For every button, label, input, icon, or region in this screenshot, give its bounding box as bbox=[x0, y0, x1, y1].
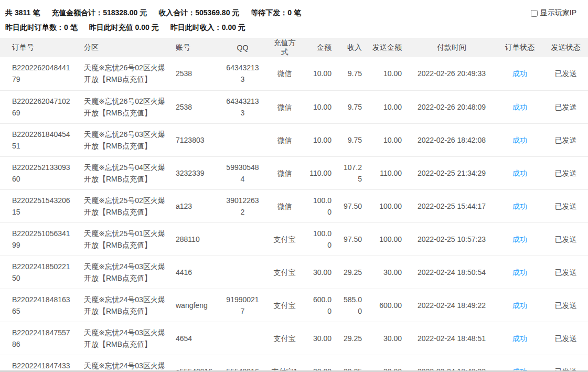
orders-table: 订单号分区账号QQ充值方式金额收入发送金额付款时间订单状态发送状态 B22022… bbox=[0, 38, 588, 372]
cell-order_status: 成功 bbox=[496, 189, 543, 222]
summary-line-2: 昨日此时订单数：0 笔昨日此时充值 0.00 元昨日此时收入：0.00 元 bbox=[5, 20, 578, 35]
cell-income: 97.50 bbox=[337, 222, 367, 256]
order-status-link[interactable]: 成功 bbox=[512, 103, 527, 111]
cell-amount: 600.00 bbox=[304, 289, 337, 322]
cell-pay_time: 2022-02-25 21:34:29 bbox=[407, 156, 496, 189]
cell-order_no: B220225154320615 bbox=[0, 189, 79, 222]
cell-send_status: 已发送 bbox=[543, 189, 588, 222]
cell-partition: 天魔※忘忧24号03区火爆开放【RMB点充值】 bbox=[79, 322, 170, 355]
table-row: B220225213309360天魔※忘忧25号04区火爆开放【RMB点充值】3… bbox=[0, 156, 588, 189]
cell-qq bbox=[220, 322, 265, 355]
cell-order_status: 成功 bbox=[496, 322, 543, 355]
cell-qq: 919900217 bbox=[220, 289, 265, 322]
cell-pay_method: 支付宝1 bbox=[265, 355, 304, 372]
cell-amount: 110.00 bbox=[304, 156, 337, 189]
column-header-order_no: 订单号 bbox=[0, 38, 79, 58]
cell-pay_method: 支付宝 bbox=[265, 256, 304, 289]
cell-order_status: 成功 bbox=[496, 90, 543, 123]
order-status-link[interactable]: 成功 bbox=[512, 235, 527, 243]
cell-qq bbox=[220, 222, 265, 256]
cell-amount: 30.00 bbox=[304, 256, 337, 289]
cell-order_status: 成功 bbox=[496, 222, 543, 256]
total-orders-count: 共 3811 笔 bbox=[5, 8, 40, 17]
cell-partition: 天魔※忘忧26号02区火爆开放【RMB点充值】 bbox=[79, 90, 170, 123]
column-header-income: 收入 bbox=[337, 38, 367, 58]
pending-send-count: 等待下发：0 笔 bbox=[251, 8, 301, 17]
cell-pay_time: 2022-02-26 20:49:33 bbox=[407, 57, 496, 90]
cell-order_status: 成功 bbox=[496, 123, 543, 156]
cell-income: 9.75 bbox=[337, 57, 367, 90]
cell-send_amount: 10.00 bbox=[367, 57, 407, 90]
summary-bar: 共 3811 笔充值金额合计：518328.00 元收入合计：505369.80… bbox=[0, 0, 588, 38]
order-status-link[interactable]: 成功 bbox=[512, 334, 527, 343]
cell-order_no: B220226204844179 bbox=[0, 57, 79, 90]
column-header-pay_method: 充值方式 bbox=[265, 38, 304, 58]
cell-pay_method: 支付宝 bbox=[265, 222, 304, 256]
cell-account: wangfeng bbox=[170, 289, 220, 322]
cell-income: 29.25 bbox=[337, 256, 367, 289]
table-row: B220225154320615天魔※忘忧25号02区火爆开放【RMB点充值】a… bbox=[0, 189, 588, 222]
order-status-link[interactable]: 成功 bbox=[512, 169, 527, 177]
cell-order_no: B220226184045451 bbox=[0, 123, 79, 156]
cell-pay_method: 微信 bbox=[265, 156, 304, 189]
cell-pay_time: 2022-02-24 18:50:54 bbox=[407, 256, 496, 289]
cell-amount: 10.00 bbox=[304, 57, 337, 90]
cell-order_no: B220226204710269 bbox=[0, 90, 79, 123]
recharge-total: 充值金额合计：518328.00 元 bbox=[51, 8, 147, 17]
cell-pay_time: 2022-02-26 20:48:09 bbox=[407, 90, 496, 123]
table-row: B220224185022150天魔※忘忧24号03区火爆开放【RMB点充值】4… bbox=[0, 256, 588, 289]
cell-send_status: 已发送 bbox=[543, 123, 588, 156]
cell-order_no: B220224184816365 bbox=[0, 289, 79, 322]
order-status-link[interactable]: 成功 bbox=[512, 69, 527, 78]
cell-account: 4416 bbox=[170, 256, 220, 289]
order-status-link[interactable]: 成功 bbox=[512, 202, 527, 210]
table-row: B220226184045451天魔※忘忧26号03区火爆开放【RMB点充值】7… bbox=[0, 123, 588, 156]
table-row: B220224184816365天魔※忘忧24号03区火爆开放【RMB点充值】w… bbox=[0, 289, 588, 322]
cell-send_amount: 100.00 bbox=[367, 189, 407, 222]
cell-income: 29.25 bbox=[337, 322, 367, 355]
cell-order_no: B220224184743363 bbox=[0, 355, 79, 372]
cell-pay_time: 2022-02-24 18:49:22 bbox=[407, 289, 496, 322]
table-row: B220224184743363天魔※忘忧24号03区火爆开放【RMB点充值】a… bbox=[0, 355, 588, 372]
cell-partition: 天魔※忘忧26号02区火爆开放【RMB点充值】 bbox=[79, 57, 170, 90]
orders-table-body: B220226204844179天魔※忘忧26号02区火爆开放【RMB点充值】2… bbox=[0, 57, 588, 372]
cell-pay_time: 2022-02-25 10:57:23 bbox=[407, 222, 496, 256]
order-status-link[interactable]: 成功 bbox=[512, 268, 527, 277]
cell-income: 9.75 bbox=[337, 90, 367, 123]
cell-account: 7123803 bbox=[170, 123, 220, 156]
cell-send_amount: 600.00 bbox=[367, 289, 407, 322]
show-player-ip-label: 显示玩家IP bbox=[540, 8, 576, 18]
cell-send_amount: 30.00 bbox=[367, 256, 407, 289]
cell-qq: 643432133 bbox=[220, 57, 265, 90]
yesterday-recharge: 昨日此时充值 0.00 元 bbox=[89, 23, 159, 31]
cell-amount: 100.00 bbox=[304, 189, 337, 222]
cell-account: 2538 bbox=[170, 90, 220, 123]
cell-partition: 天魔※忘忧24号03区火爆开放【RMB点充值】 bbox=[79, 355, 170, 372]
show-player-ip-toggle[interactable]: 显示玩家IP bbox=[531, 8, 576, 18]
cell-partition: 天魔※忘忧26号03区火爆开放【RMB点充值】 bbox=[79, 123, 170, 156]
cell-partition: 天魔※忘忧24号03区火爆开放【RMB点充值】 bbox=[79, 289, 170, 322]
cell-send_amount: 110.00 bbox=[367, 156, 407, 189]
order-status-link[interactable]: 成功 bbox=[512, 136, 527, 144]
cell-pay_time: 2022-02-24 18:48:32 bbox=[407, 355, 496, 372]
column-header-qq: QQ bbox=[220, 38, 265, 58]
cell-income: 97.50 bbox=[337, 189, 367, 222]
cell-send_status: 已发送 bbox=[543, 90, 588, 123]
cell-send_amount: 10.00 bbox=[367, 123, 407, 156]
show-player-ip-checkbox[interactable] bbox=[531, 10, 538, 17]
cell-income: 9.75 bbox=[337, 123, 367, 156]
cell-send_amount: 100.00 bbox=[367, 222, 407, 256]
column-header-amount: 金额 bbox=[304, 38, 337, 58]
cell-send_status: 已发送 bbox=[543, 355, 588, 372]
column-header-order_status: 订单状态 bbox=[496, 38, 543, 58]
cell-send_status: 已发送 bbox=[543, 156, 588, 189]
cell-order_status: 成功 bbox=[496, 57, 543, 90]
order-status-link[interactable]: 成功 bbox=[512, 301, 527, 310]
cell-amount: 100.00 bbox=[304, 222, 337, 256]
cell-order_status: 成功 bbox=[496, 355, 543, 372]
table-row: B220224184755786天魔※忘忧24号03区火爆开放【RMB点充值】4… bbox=[0, 322, 588, 355]
cell-partition: 天魔※忘忧25号02区火爆开放【RMB点充值】 bbox=[79, 189, 170, 222]
header-row: 订单号分区账号QQ充值方式金额收入发送金额付款时间订单状态发送状态 bbox=[0, 38, 588, 58]
cell-qq: 390122632 bbox=[220, 189, 265, 222]
cell-send_amount: 10.00 bbox=[367, 90, 407, 123]
